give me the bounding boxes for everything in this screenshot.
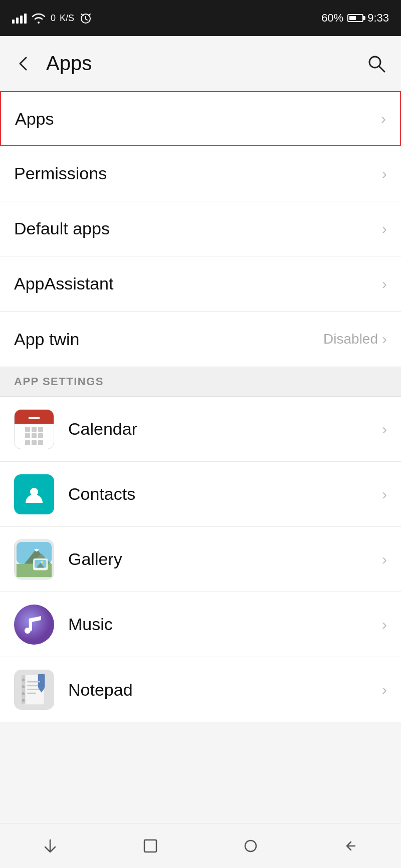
back-button[interactable]: [14, 55, 32, 73]
app-item-notepad-left: Notepad: [14, 670, 133, 710]
menu-item-app-assistant[interactable]: AppAssistant ›: [0, 256, 401, 312]
chevron-right-icon: ›: [382, 616, 387, 633]
signal-bars-icon: [12, 13, 27, 24]
menu-item-permissions[interactable]: Permissions ›: [0, 146, 401, 201]
app-item-calendar-label: Calendar: [68, 419, 137, 439]
app-item-music-label: Music: [68, 615, 113, 634]
status-bar: 0 K/S 60% 9:33: [0, 0, 401, 36]
nav-down-button[interactable]: [38, 833, 63, 858]
nav-home-button[interactable]: [138, 833, 163, 858]
time-display: 9:33: [367, 12, 389, 25]
app-item-gallery-left: Gallery: [14, 539, 122, 580]
svg-point-1: [369, 57, 380, 68]
app-item-gallery-label: Gallery: [68, 549, 122, 569]
svg-rect-20: [27, 681, 40, 682]
menu-item-app-assistant-label: AppAssistant: [14, 274, 113, 294]
app-item-calendar-left: ▬▬ Calendar: [14, 409, 137, 449]
nav-back-button[interactable]: [338, 833, 363, 858]
app-settings-section-label: APP SETTINGS: [14, 375, 104, 388]
svg-rect-23: [27, 693, 36, 694]
svg-point-27: [22, 699, 25, 702]
menu-item-default-apps-label: Default apps: [14, 219, 110, 238]
chevron-right-icon: ›: [382, 486, 387, 503]
chevron-right-icon: ›: [382, 331, 387, 348]
battery-icon: [347, 14, 363, 22]
chevron-right-icon: ›: [382, 275, 387, 293]
svg-rect-22: [27, 689, 39, 690]
header-left: Apps: [14, 52, 92, 75]
calendar-app-icon: ▬▬: [14, 409, 54, 449]
app-item-calendar[interactable]: ▬▬ Calendar ›: [0, 397, 401, 462]
menu-item-apps-label: Apps: [15, 109, 54, 129]
chevron-right-icon: ›: [382, 681, 387, 698]
svg-point-13: [41, 560, 43, 563]
menu-item-default-apps[interactable]: Default apps ›: [0, 201, 401, 256]
svg-rect-18: [38, 674, 45, 688]
svg-point-24: [22, 679, 25, 682]
app-item-contacts-left: Contacts: [14, 474, 135, 514]
svg-point-25: [22, 685, 25, 688]
app-settings-list: ▬▬ Calendar › Contacts ›: [0, 397, 401, 722]
menu-item-app-twin-label: App twin: [14, 330, 79, 349]
app-item-notepad-label: Notepad: [68, 680, 133, 700]
nav-recents-button[interactable]: [238, 833, 263, 858]
app-settings-section-header: APP SETTINGS: [0, 367, 401, 397]
chevron-right-icon: ›: [382, 220, 387, 237]
network-speed: 0 K/S: [51, 13, 74, 24]
wifi-icon: [32, 13, 46, 24]
page-title: Apps: [46, 52, 92, 75]
chevron-right-icon: ›: [382, 165, 387, 182]
svg-rect-21: [27, 685, 38, 686]
status-left: 0 K/S: [12, 12, 92, 25]
svg-point-26: [22, 692, 25, 695]
bottom-navigation: [0, 823, 401, 868]
alarm-icon: [79, 12, 92, 25]
chevron-right-icon: ›: [382, 551, 387, 568]
menu-list: Apps › Permissions › Default apps › AppA…: [0, 91, 401, 367]
app-item-contacts-label: Contacts: [68, 484, 135, 504]
app-item-music-left: Music: [14, 605, 113, 645]
app-item-gallery[interactable]: Gallery ›: [0, 527, 401, 592]
chevron-right-icon: ›: [381, 110, 386, 127]
svg-point-29: [245, 840, 256, 851]
notepad-app-icon: [14, 670, 54, 710]
app-item-music[interactable]: Music ›: [0, 592, 401, 657]
menu-item-app-twin-value: Disabled: [323, 331, 378, 347]
menu-item-permissions-label: Permissions: [14, 164, 107, 183]
gallery-app-icon: [14, 539, 54, 580]
contacts-app-icon: [14, 474, 54, 514]
svg-rect-28: [144, 840, 156, 852]
battery-percent: 60%: [321, 12, 343, 25]
app-item-contacts[interactable]: Contacts ›: [0, 462, 401, 527]
header: Apps: [0, 36, 401, 91]
menu-item-app-twin[interactable]: App twin Disabled ›: [0, 312, 401, 367]
menu-item-apps[interactable]: Apps ›: [0, 91, 401, 146]
chevron-right-icon: ›: [382, 421, 387, 438]
search-button[interactable]: [366, 53, 387, 74]
app-item-notepad[interactable]: Notepad ›: [0, 657, 401, 722]
svg-point-14: [14, 605, 54, 645]
status-right: 60% 9:33: [321, 12, 389, 25]
music-app-icon: [14, 605, 54, 645]
